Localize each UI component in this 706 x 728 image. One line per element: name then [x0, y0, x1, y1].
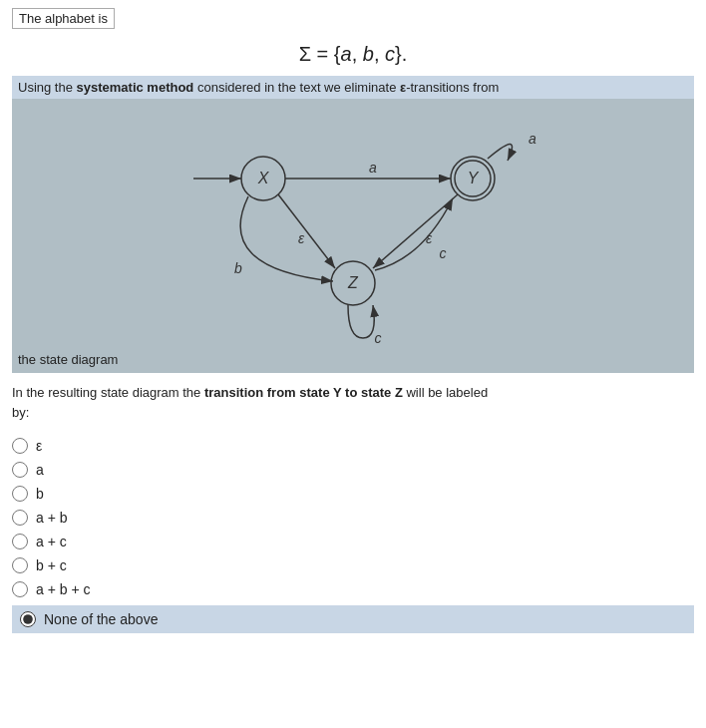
option-aplusb: a + b	[12, 510, 694, 526]
option-none: None of the above	[12, 605, 694, 633]
label-aplusbplusc: a + b + c	[36, 581, 90, 597]
radio-a[interactable]	[12, 462, 28, 478]
radio-b[interactable]	[12, 486, 28, 502]
state-diagram: X a Y a Z ε ε b c c	[12, 99, 694, 348]
label-aplusc: a + c	[36, 534, 67, 549]
radio-epsilon[interactable]	[12, 438, 28, 454]
alphabet-label: The alphabet is	[12, 8, 115, 29]
label-epsilon: ε	[36, 438, 42, 454]
option-aplusc: a + c	[12, 534, 694, 549]
svg-text:X: X	[257, 170, 270, 186]
label-bplusc: b + c	[36, 557, 67, 573]
svg-text:Z: Z	[347, 274, 359, 291]
radio-aplusbplusc[interactable]	[12, 581, 28, 597]
label-a: a	[36, 462, 44, 478]
svg-text:a: a	[529, 131, 536, 147]
radio-none[interactable]	[20, 611, 36, 627]
svg-text:a: a	[369, 160, 377, 176]
sigma-formula: Σ = {a, b, c}.	[12, 43, 694, 66]
options-section: ε a b a + b a + c b + c a + b + c None o…	[12, 438, 694, 633]
label-none: None of the above	[44, 611, 158, 627]
label-b: b	[36, 486, 44, 502]
alphabet-label-box: The alphabet is	[12, 8, 694, 35]
svg-text:c: c	[440, 245, 447, 261]
transition-description: In the resulting state diagram the trans…	[12, 383, 694, 422]
diagram-caption: the state diagram	[12, 348, 694, 373]
svg-line-13	[278, 194, 335, 268]
option-aplusbplusc: a + b + c	[12, 581, 694, 597]
svg-text:ε: ε	[298, 230, 305, 246]
description-bar: Using the systematic method considered i…	[12, 76, 694, 99]
radio-aplusb[interactable]	[12, 510, 28, 526]
option-b: b	[12, 486, 694, 502]
radio-aplusc[interactable]	[12, 534, 28, 549]
option-epsilon: ε	[12, 438, 694, 454]
diagram-svg: X a Y a Z ε ε b c c	[12, 99, 694, 348]
option-a: a	[12, 462, 694, 478]
svg-text:b: b	[234, 260, 242, 276]
label-aplusb: a + b	[36, 510, 68, 526]
radio-bplusc[interactable]	[12, 557, 28, 573]
svg-text:Y: Y	[468, 170, 480, 186]
svg-text:c: c	[375, 330, 382, 346]
option-bplusc: b + c	[12, 557, 694, 573]
